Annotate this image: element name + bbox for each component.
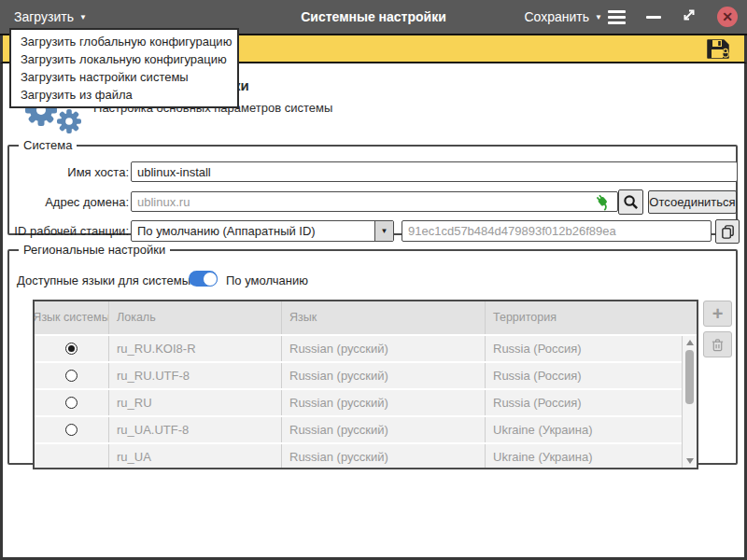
close-button[interactable]: ✕ bbox=[717, 7, 738, 27]
column-header-locale: Локаль bbox=[109, 301, 282, 334]
regional-section: Региональные настройки Доступные языки д… bbox=[7, 243, 738, 465]
maximize-button[interactable] bbox=[682, 7, 697, 26]
system-language-radio[interactable] bbox=[65, 370, 78, 382]
system-language-radio[interactable] bbox=[65, 343, 78, 355]
chevron-down-icon: ▼ bbox=[381, 227, 388, 235]
territory-cell: Russia (Россия) bbox=[486, 390, 697, 415]
menu-item-load-system-settings[interactable]: Загрузить настройки системы bbox=[11, 68, 237, 86]
locale-cell: ru_UA bbox=[109, 444, 282, 469]
system-section-legend: Система bbox=[19, 138, 77, 152]
language-cell: Russian (русский) bbox=[282, 417, 486, 442]
territory-cell: Ukraine (Украина) bbox=[486, 417, 697, 442]
table-row[interactable]: ru_RU.UTF-8 Russian (русский) Russia (Ро… bbox=[35, 363, 697, 390]
connection-plug-icon bbox=[594, 193, 613, 216]
window-controls: ✕ bbox=[608, 0, 738, 34]
hamburger-menu-icon[interactable] bbox=[608, 10, 626, 24]
available-languages-label: Доступные языки для системы: bbox=[17, 273, 194, 287]
scroll-down-icon[interactable] bbox=[686, 458, 694, 464]
locale-cell: ru_RU.UTF-8 bbox=[109, 363, 282, 388]
locale-cell: ru_UA.UTF-8 bbox=[109, 417, 282, 442]
column-header-language: Язык bbox=[282, 301, 486, 334]
disconnect-button[interactable]: Отсоединиться bbox=[648, 190, 737, 214]
station-id-value-input[interactable] bbox=[402, 220, 712, 242]
minimize-icon bbox=[646, 16, 661, 19]
menu-item-load-from-file[interactable]: Загрузить из файла bbox=[11, 86, 237, 104]
save-menu-button[interactable]: Сохранить ▼ bbox=[525, 0, 603, 34]
close-icon: ✕ bbox=[722, 10, 733, 23]
table-row[interactable]: ru_RU Russian (русский) Russia (Россия) bbox=[35, 390, 697, 417]
system-section: Система Имя хоста: Адрес домена: Отсоеди… bbox=[7, 138, 738, 235]
menu-item-load-global-config[interactable]: Загрузить глобальную конфигурацию bbox=[11, 33, 237, 50]
column-header-territory: Территория bbox=[486, 301, 697, 334]
regional-section-legend: Региональные настройки bbox=[19, 243, 170, 257]
combo-dropdown-button[interactable]: ▼ bbox=[374, 221, 393, 241]
copy-station-id-button[interactable] bbox=[715, 219, 740, 244]
chevron-down-icon: ▼ bbox=[595, 12, 602, 21]
system-language-radio[interactable] bbox=[65, 424, 78, 436]
toggle-state-label: По умолчанию bbox=[226, 273, 308, 287]
domain-label: Адрес домена: bbox=[11, 195, 129, 209]
plus-icon: + bbox=[712, 304, 724, 323]
language-cell: Russian (русский) bbox=[282, 444, 486, 469]
add-locale-button[interactable]: + bbox=[703, 301, 732, 327]
system-language-radio[interactable] bbox=[65, 397, 78, 409]
minimize-button[interactable] bbox=[646, 16, 661, 19]
maximize-icon bbox=[682, 7, 697, 22]
toggle-knob bbox=[203, 272, 218, 287]
languages-default-toggle[interactable] bbox=[189, 271, 218, 287]
locales-table: Язык системы Локаль Язык Территория ru_R… bbox=[33, 300, 698, 469]
station-id-mode-select[interactable]: По умолчанию (Аппаратный ID) ▼ bbox=[131, 220, 394, 242]
territory-cell: Russia (Россия) bbox=[486, 363, 697, 388]
station-id-mode-value: По умолчанию (Аппаратный ID) bbox=[132, 224, 374, 238]
save-menu-label: Сохранить bbox=[525, 9, 590, 24]
table-row[interactable]: ru_UA Russian (русский) Ukraine (Украина… bbox=[35, 444, 697, 469]
territory-cell: Ukraine (Украина) bbox=[486, 444, 697, 469]
table-row[interactable]: ru_RU.KOI8-R Russian (русский) Russia (Р… bbox=[35, 336, 697, 363]
column-header-system-language: Язык системы bbox=[35, 301, 109, 334]
trash-icon bbox=[711, 338, 725, 352]
copy-icon bbox=[720, 224, 736, 240]
hostname-input[interactable] bbox=[131, 161, 738, 182]
hostname-label: Имя хоста: bbox=[11, 165, 129, 179]
language-cell: Russian (русский) bbox=[282, 336, 486, 361]
language-cell: Russian (русский) bbox=[282, 363, 486, 388]
delete-locale-button[interactable] bbox=[703, 331, 732, 357]
system-settings-window: Загрузить ▼ Системные настройки Сохранит… bbox=[0, 0, 747, 560]
table-row[interactable]: ru_UA.UTF-8 Russian (русский) Ukraine (У… bbox=[35, 417, 697, 444]
save-config-icon[interactable] bbox=[706, 37, 731, 61]
locale-cell: ru_RU.KOI8-R bbox=[109, 336, 282, 361]
station-id-label: ID рабочей станции: bbox=[11, 224, 129, 238]
territory-cell: Russia (Россия) bbox=[486, 336, 697, 361]
table-header-row: Язык системы Локаль Язык Территория bbox=[35, 301, 697, 336]
locale-cell: ru_RU bbox=[109, 390, 282, 415]
domain-input[interactable] bbox=[131, 191, 618, 212]
language-cell: Russian (русский) bbox=[282, 390, 486, 415]
load-dropdown-menu: Загрузить глобальную конфигурацию Загруз… bbox=[9, 28, 239, 108]
table-scrollbar[interactable] bbox=[682, 336, 697, 468]
search-icon bbox=[623, 194, 639, 210]
domain-search-button[interactable] bbox=[618, 189, 643, 215]
scrollbar-thumb[interactable] bbox=[685, 350, 694, 404]
menu-item-load-local-config[interactable]: Загрузить локальную конфигурацию bbox=[11, 50, 237, 68]
scroll-up-icon[interactable] bbox=[686, 340, 694, 345]
